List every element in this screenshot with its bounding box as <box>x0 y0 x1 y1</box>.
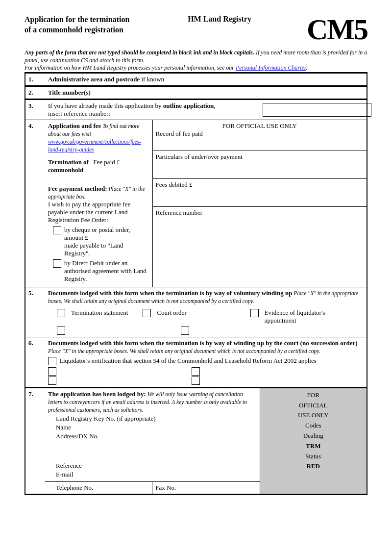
panel-3-text-c: , <box>214 102 215 109</box>
lodger-email-label[interactable]: E-mail <box>56 471 257 478</box>
panel-1-label-rest: if known <box>140 76 164 83</box>
cheque-checkbox[interactable] <box>53 226 61 234</box>
panel-2-label: Title number(s) <box>48 89 91 96</box>
phone-fax-row: Telephone No. Fax No. <box>45 481 260 494</box>
panel-3-text-a: If you have already made this applicatio… <box>48 102 163 109</box>
panel-5-extra-checkbox-2[interactable] <box>181 327 189 335</box>
panel-7-num: 7. <box>25 387 45 494</box>
panel-3-num: 3. <box>25 99 45 120</box>
form-title: Application for the termination of a com… <box>24 15 132 35</box>
intro-bold: Any parts of the form that are not typed… <box>24 49 254 56</box>
panel-6-content: Documents lodged with this form when the… <box>45 337 367 387</box>
privacy-link[interactable]: Personal Information Charter <box>236 64 306 71</box>
intro-instructions: Any parts of the form that are not typed… <box>24 49 368 72</box>
fee-method-intro: I wish to pay the appropriate fee payabl… <box>48 201 149 224</box>
liquidator-notification-checkbox[interactable] <box>48 357 56 365</box>
panel-5-num: 5. <box>25 287 45 337</box>
panel-6-title: Documents lodged with this form when the… <box>48 339 358 347</box>
official-codes: Codes <box>263 421 364 431</box>
panel-6-num: 6. <box>25 337 45 387</box>
panel-5-extra-checkbox-1[interactable] <box>57 327 65 335</box>
app-fee-label: Application and fee <box>48 122 101 129</box>
official-status: Status <box>263 452 364 462</box>
lodger-address-label[interactable]: Address/DX No. <box>56 432 257 440</box>
official-trm: TRM <box>263 441 364 452</box>
reference-number-label: Reference number <box>156 209 203 216</box>
liquidator-notification-label: Liquidator's notification that section 5… <box>59 357 364 365</box>
outline-reference-input[interactable] <box>263 103 371 117</box>
panel-7-title: The application has been lodged by: <box>48 390 146 398</box>
official-box-title1: FOR <box>263 390 364 401</box>
privacy-prefix: For information on how HM Land Registry … <box>24 64 236 71</box>
fee-paid-label[interactable]: Fee paid £ <box>93 158 120 174</box>
form-code: CM5 <box>307 15 368 44</box>
direct-debit-checkbox[interactable] <box>53 259 61 268</box>
termination-label: Termination of commonhold <box>48 158 93 174</box>
panel-3-line2: insert reference number: <box>48 110 110 117</box>
panel-2-content[interactable]: Title number(s) <box>45 86 367 99</box>
official-box-title2: OFFICIAL <box>263 401 364 411</box>
panel-6-extra-checkbox-2[interactable] <box>48 377 56 385</box>
privacy-suffix: . <box>306 64 307 71</box>
form-header: Application for the termination of a com… <box>24 15 368 44</box>
court-order-label: Court order <box>157 309 186 317</box>
official-fees-debited: Fees debited £ <box>152 178 367 206</box>
fees-link[interactable]: www.gov.uk/government/collections/fees-l… <box>48 139 141 152</box>
panel-1-num: 1. <box>25 73 45 86</box>
panel-7-official-sidebar: FOR OFFICIAL USE ONLY Codes Dealing TRM … <box>260 387 367 494</box>
panel-6-extra-checkbox-1[interactable] <box>48 367 56 376</box>
official-red: RED <box>263 461 364 472</box>
panel-3-content: If you have already made this applicatio… <box>45 99 260 120</box>
panel-3-text-b: outline application <box>163 102 214 109</box>
official-box-title3: USE ONLY <box>263 410 364 421</box>
panel-4-num: 4. <box>25 120 45 287</box>
official-particulars: Particulars of under/over payment <box>152 151 367 178</box>
record-fee-label: Record of fee paid <box>156 130 364 138</box>
cheque-option-text: by cheque or postal order, amount £made … <box>64 226 149 257</box>
panel-6-note: Place "X" in the appropriate boxes. We s… <box>48 348 320 354</box>
telephone-cell[interactable]: Telephone No. <box>45 481 152 494</box>
panel-1-label: Administrative area and postcode <box>48 76 140 83</box>
fax-label: Fax No. <box>155 484 176 491</box>
panel-5-content: Documents lodged with this form when the… <box>45 287 367 337</box>
liquidator-evidence-checkbox[interactable] <box>250 309 259 317</box>
lodger-name-label[interactable]: Name <box>56 424 257 431</box>
panel-7-content: The application has been lodged by: We w… <box>45 387 260 494</box>
key-number-label[interactable]: Land Registry Key No. (if appropriate) <box>56 415 257 423</box>
registry-name: HM Land Registry <box>132 15 307 24</box>
fees-debited-label: Fees debited £ <box>156 181 193 188</box>
panel-1-content[interactable]: Administrative area and postcode if know… <box>45 73 367 86</box>
termination-statement-checkbox[interactable] <box>57 309 65 317</box>
fee-method-label: Fee payment method: <box>48 185 107 192</box>
form-body: 1. Administrative area and postcode if k… <box>24 72 368 495</box>
direct-debit-text: by Direct Debit under an authorised agre… <box>64 259 149 283</box>
panel-2-num: 2. <box>25 86 45 99</box>
official-record-fee: FOR OFFICIAL USE ONLY Record of fee paid <box>152 120 367 151</box>
court-order-checkbox[interactable] <box>143 309 151 317</box>
panel-6-extra-checkbox-3[interactable] <box>192 367 200 376</box>
official-dealing: Dealing <box>263 431 364 441</box>
panel-5-title: Documents lodged with this form when the… <box>48 289 292 297</box>
fax-cell[interactable]: Fax No. <box>152 481 260 494</box>
lodger-reference-label[interactable]: Reference <box>56 462 257 470</box>
telephone-label: Telephone No. <box>56 484 93 491</box>
official-use-title: FOR OFFICIAL USE ONLY <box>156 122 364 130</box>
panel-4-content: Application and fee To find out more abo… <box>45 120 152 287</box>
particulars-label: Particulars of under/over payment <box>156 153 243 160</box>
liquidator-evidence-label: Evidence of liquidator's appointment <box>265 309 358 325</box>
termination-statement-label: Termination statement <box>71 309 128 317</box>
panel-6-extra-checkbox-4[interactable] <box>192 377 200 385</box>
official-reference: Reference number <box>152 206 367 287</box>
panel-3-refbox-cell <box>260 99 367 120</box>
